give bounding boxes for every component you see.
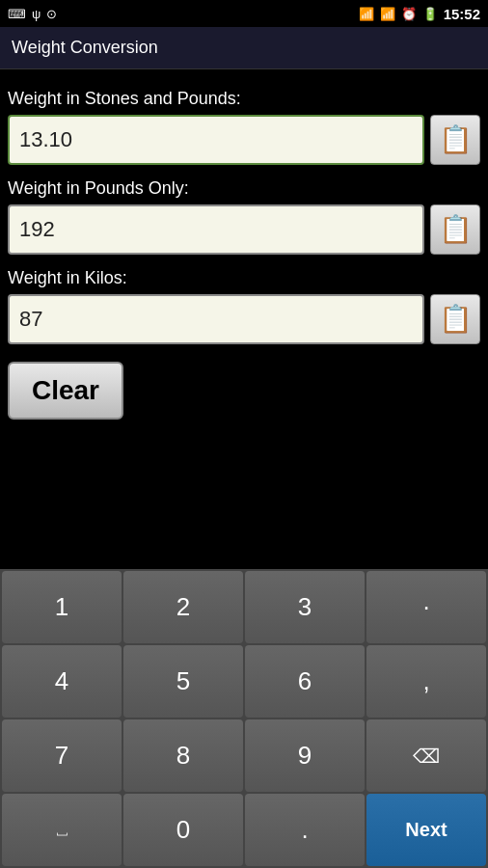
key-comma[interactable]: ,: [366, 645, 486, 718]
pounds-input[interactable]: [8, 204, 424, 255]
status-icons-left: ⌨ ψ ⊙: [8, 7, 57, 21]
status-icons-right: 📶 📶 ⏰ 🔋 15:52: [359, 6, 480, 22]
kilos-label: Weight in Kilos:: [8, 268, 480, 288]
key-period[interactable]: .: [245, 794, 365, 866]
status-time: 15:52: [444, 6, 480, 22]
pounds-label: Weight in Pounds Only:: [8, 178, 480, 199]
signal-icon: 📶: [380, 7, 395, 21]
kilos-clipboard-button[interactable]: 📋: [430, 294, 480, 344]
wifi-icon: 📶: [359, 7, 374, 21]
stones-label: Weight in Stones and Pounds:: [8, 89, 480, 109]
kilos-input[interactable]: [8, 294, 424, 344]
stones-clipboard-button[interactable]: 📋: [430, 115, 480, 165]
key-row-3: 7 8 9 ⌫: [2, 719, 486, 792]
alarm-icon: ⏰: [401, 7, 417, 21]
clipboard-icon-3: 📋: [439, 306, 473, 333]
key-7[interactable]: 7: [2, 719, 122, 792]
keyboard-icon: ⌨: [8, 7, 26, 21]
stones-input[interactable]: [8, 115, 424, 165]
key-9[interactable]: 9: [245, 719, 365, 792]
pounds-input-row: 📋: [8, 204, 480, 255]
kilos-input-row: 📋: [8, 294, 480, 344]
title-bar: Weight Conversion: [0, 27, 488, 69]
key-row-1: 1 2 3 ·: [2, 571, 486, 643]
key-backspace[interactable]: ⌫: [366, 719, 486, 792]
key-row-4: ⎵ 0 . Next: [2, 794, 486, 866]
key-2[interactable]: 2: [123, 571, 243, 643]
key-row-2: 4 5 6 ,: [2, 645, 486, 718]
pounds-clipboard-button[interactable]: 📋: [430, 204, 480, 255]
page-title: Weight Conversion: [12, 38, 158, 58]
battery-icon: 🔋: [422, 7, 438, 21]
status-bar: ⌨ ψ ⊙ 📶 📶 ⏰ 🔋 15:52: [0, 0, 488, 27]
clipboard-icon-2: 📋: [439, 216, 473, 243]
notification-icon: ⊙: [46, 7, 57, 21]
next-button[interactable]: Next: [366, 794, 486, 866]
key-6[interactable]: 6: [245, 645, 365, 718]
key-8[interactable]: 8: [123, 719, 243, 792]
key-dot-center[interactable]: ·: [366, 571, 486, 643]
key-0[interactable]: 0: [123, 794, 243, 866]
clear-button[interactable]: Clear: [8, 362, 123, 420]
key-space[interactable]: ⎵: [2, 794, 122, 866]
key-3[interactable]: 3: [245, 571, 365, 643]
usb-icon: ψ: [32, 7, 41, 21]
key-4[interactable]: 4: [2, 645, 122, 718]
main-content: Weight in Stones and Pounds: 📋 Weight in…: [0, 69, 488, 569]
keyboard: 1 2 3 · 4 5 6 , 7 8 9 ⌫ ⎵ 0 . Next: [0, 569, 488, 868]
key-1[interactable]: 1: [2, 571, 122, 643]
key-5[interactable]: 5: [123, 645, 243, 718]
stones-input-row: 📋: [8, 115, 480, 165]
clipboard-icon-1: 📋: [439, 126, 473, 153]
